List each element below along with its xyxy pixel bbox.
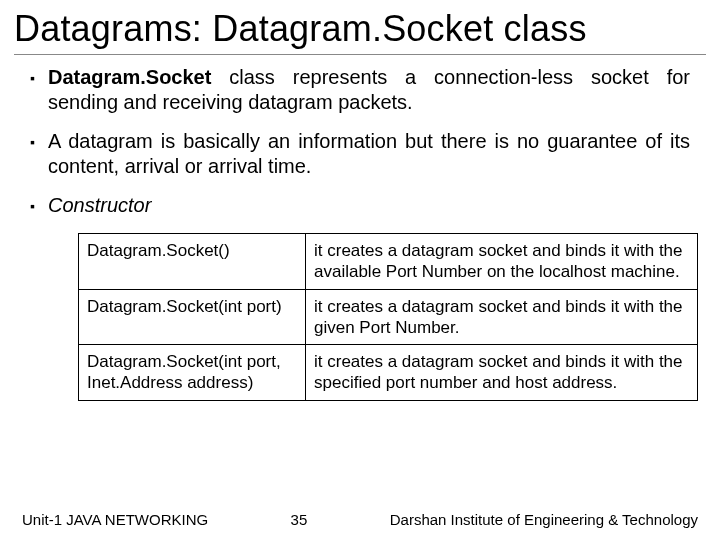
table-cell: Datagram.Socket(int port) (79, 289, 306, 345)
table-row: Datagram.Socket(int port, Inet.Address a… (79, 345, 698, 401)
table-cell: it creates a datagram socket and binds i… (306, 345, 698, 401)
footer-right: Darshan Institute of Engineering & Techn… (390, 511, 698, 528)
bullet-text: A datagram is basically an information b… (48, 129, 690, 179)
constructor-table: Datagram.Socket() it creates a datagram … (78, 233, 698, 401)
table-row: Datagram.Socket(int port) it creates a d… (79, 289, 698, 345)
title-divider (14, 54, 706, 55)
slide-footer: Unit-1 JAVA NETWORKING 35 Darshan Instit… (0, 511, 720, 528)
bullet-text: Constructor (48, 193, 690, 219)
table-cell: it creates a datagram socket and binds i… (306, 289, 698, 345)
slide-body: ▪ Datagram.Socket class represents a con… (0, 65, 720, 401)
bullet-item: ▪ A datagram is basically an information… (30, 129, 690, 179)
footer-left: Unit-1 JAVA NETWORKING (22, 511, 208, 528)
table-cell: it creates a datagram socket and binds i… (306, 234, 698, 290)
bullet-text: Datagram.Socket class represents a conne… (48, 65, 690, 115)
bullet-item: ▪ Datagram.Socket class represents a con… (30, 65, 690, 115)
table-cell: Datagram.Socket() (79, 234, 306, 290)
slide-title: Datagrams: Datagram.Socket class (0, 0, 720, 52)
table-cell: Datagram.Socket(int port, Inet.Address a… (79, 345, 306, 401)
bullet-bold: Datagram.Socket (48, 66, 211, 88)
slide: Datagrams: Datagram.Socket class ▪ Datag… (0, 0, 720, 540)
footer-page-number: 35 (208, 511, 390, 528)
table-row: Datagram.Socket() it creates a datagram … (79, 234, 698, 290)
bullet-icon: ▪ (30, 129, 48, 179)
bullet-icon: ▪ (30, 65, 48, 115)
bullet-item: ▪ Constructor (30, 193, 690, 219)
bullet-icon: ▪ (30, 193, 48, 219)
